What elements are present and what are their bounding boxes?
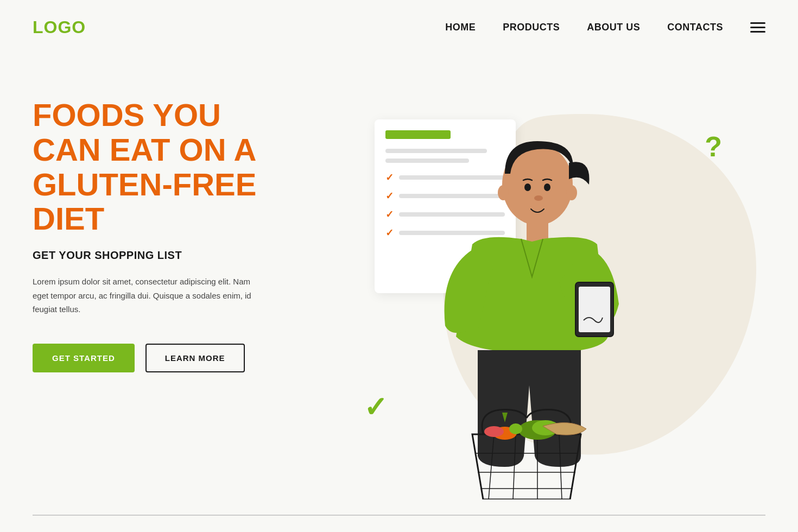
check-icon-3: ✓ xyxy=(385,208,394,220)
hamburger-menu[interactable] xyxy=(750,22,765,33)
check-icon-1: ✓ xyxy=(385,172,394,183)
get-started-button[interactable]: GET STARTED xyxy=(33,344,135,372)
hero-title: FOODS YOU CAN EAT ON A GLUTEN-FREE DIET xyxy=(33,98,293,236)
svg-point-5 xyxy=(544,183,550,191)
svg-point-4 xyxy=(524,183,531,191)
nav-products[interactable]: PRODUCTS xyxy=(503,22,560,33)
check-icon-2: ✓ xyxy=(385,190,394,202)
nav-about[interactable]: ABOUT US xyxy=(587,22,640,33)
nav-contacts[interactable]: CONTACTS xyxy=(667,22,723,33)
logo[interactable]: LOGO xyxy=(33,17,86,37)
navigation: HOME PRODUCTS ABOUT US CONTACTS xyxy=(445,22,765,33)
svg-point-20 xyxy=(509,423,522,434)
bottom-divider xyxy=(33,515,765,516)
svg-rect-3 xyxy=(579,287,610,332)
cta-buttons: GET STARTED LEARN MORE xyxy=(33,344,331,372)
question-mark-icon: ? xyxy=(705,130,722,163)
svg-point-19 xyxy=(484,426,504,437)
check-icon-4: ✓ xyxy=(385,227,394,239)
illustration-section: ✓ ✓ ✓ ✓ ? ✓ xyxy=(331,76,765,532)
nav-home[interactable]: HOME xyxy=(445,22,476,33)
hero-subtitle: GET YOUR SHOPPING LIST xyxy=(33,249,331,262)
svg-point-8 xyxy=(566,185,577,200)
learn-more-button[interactable]: LEARN MORE xyxy=(145,344,245,372)
hero-description: Lorem ipsum dolor sit amet, consectetur … xyxy=(33,275,261,316)
left-section: FOODS YOU CAN EAT ON A GLUTEN-FREE DIET … xyxy=(33,76,331,372)
main-content: FOODS YOU CAN EAT ON A GLUTEN-FREE DIET … xyxy=(0,54,798,532)
person-illustration xyxy=(396,119,657,499)
svg-point-6 xyxy=(534,195,543,201)
big-check-icon: ✓ xyxy=(364,391,388,423)
svg-point-7 xyxy=(498,185,509,200)
svg-rect-1 xyxy=(527,220,548,242)
